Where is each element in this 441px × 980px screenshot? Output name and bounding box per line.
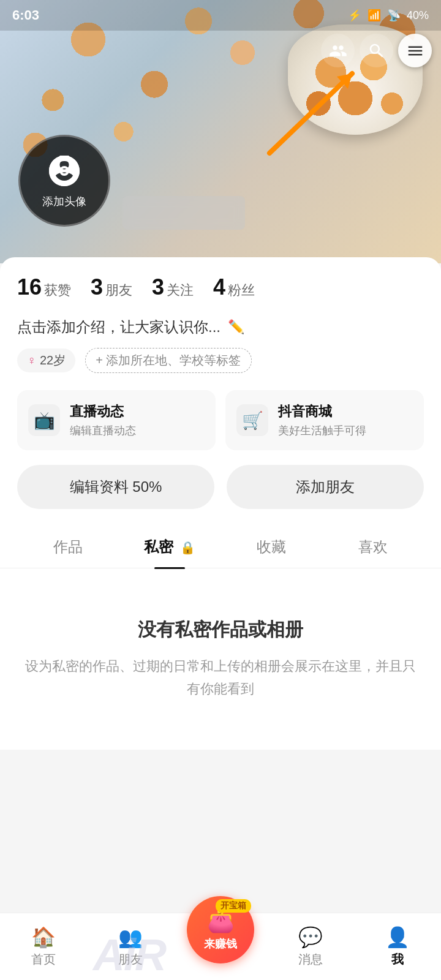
- lock-icon: 🔒: [180, 541, 195, 554]
- message-label: 消息: [298, 951, 323, 968]
- livestream-title: 直播动态: [70, 402, 205, 421]
- following-label: 关注: [167, 281, 194, 300]
- avatar-circle[interactable]: 添加头像: [18, 135, 110, 227]
- open-box-badge: 开宝箱: [216, 899, 251, 913]
- status-time: 6:03: [12, 7, 39, 23]
- friends-label: 朋友: [105, 281, 132, 300]
- followers-label: 粉丝: [228, 281, 255, 300]
- shop-info: 抖音商城 美好生活触手可得: [278, 402, 413, 438]
- add-avatar-label: 添加头像: [42, 194, 86, 209]
- tab-works-label: 作品: [53, 538, 83, 555]
- nav-earn[interactable]: 开宝箱 👛 来赚钱: [187, 896, 254, 963]
- nav-friends[interactable]: 👥 朋友: [100, 925, 161, 968]
- followers-number: 4: [213, 274, 225, 300]
- battery-text: 40%: [407, 9, 429, 22]
- tab-private-label: 私密: [144, 538, 173, 555]
- age-label: 22岁: [40, 352, 66, 369]
- empty-desc: 设为私密的作品、过期的日常和上传的相册会展示在这里，并且只有你能看到: [24, 655, 417, 701]
- tab-works[interactable]: 作品: [17, 526, 119, 568]
- friends-button[interactable]: [321, 34, 355, 67]
- shop-icon: 🛒: [236, 404, 268, 436]
- following-number: 3: [152, 274, 164, 300]
- nav-home[interactable]: 🏠 首页: [13, 925, 74, 968]
- stat-following[interactable]: 3 关注: [152, 274, 194, 300]
- tab-favorites[interactable]: 收藏: [221, 526, 322, 568]
- username-area: [123, 196, 245, 230]
- arrow-overlay: [257, 49, 380, 172]
- add-friend-button[interactable]: 添加朋友: [227, 465, 424, 509]
- likes-number: 16: [17, 274, 42, 300]
- earn-label: 来赚钱: [204, 937, 237, 951]
- shop-title: 抖音商城: [278, 402, 413, 421]
- message-icon: 💬: [298, 925, 323, 949]
- status-bar: 6:03 ⚡ 📶 📡 40%: [0, 0, 441, 31]
- bluetooth-icon: ⚡: [348, 9, 361, 22]
- service-livestream[interactable]: 📺 直播动态 编辑直播动态: [17, 390, 216, 450]
- stat-likes: 16 获赞: [17, 274, 71, 300]
- avatar-section[interactable]: 添加头像: [18, 135, 110, 227]
- friends-nav-icon: 👥: [118, 925, 143, 949]
- tab-favorites-label: 收藏: [257, 538, 286, 555]
- add-friend-label: 添加朋友: [296, 477, 355, 497]
- nav-messages[interactable]: 💬 消息: [280, 925, 341, 968]
- livestream-sub: 编辑直播动态: [70, 423, 205, 438]
- gender-icon: ♀: [27, 353, 36, 368]
- home-icon: 🏠: [31, 925, 56, 949]
- service-shop[interactable]: 🛒 抖音商城 美好生活触手可得: [225, 390, 424, 450]
- livestream-icon: 📺: [28, 404, 60, 436]
- services-row: 📺 直播动态 编辑直播动态 🛒 抖音商城 美好生活触手可得: [17, 390, 424, 450]
- tab-likes-label: 喜欢: [358, 538, 388, 555]
- tab-likes[interactable]: 喜欢: [322, 526, 424, 568]
- tags-row: ♀ 22岁 + 添加所在地、学校等标签: [17, 348, 424, 373]
- shop-sub: 美好生活触手可得: [278, 423, 413, 438]
- bio-row[interactable]: 点击添加介绍，让大家认识你... ✏️: [17, 317, 424, 337]
- home-label: 首页: [31, 951, 56, 968]
- earn-button[interactable]: 开宝箱 👛 来赚钱: [187, 896, 254, 963]
- likes-label: 获赞: [44, 281, 71, 300]
- tab-private[interactable]: 私密 🔒: [119, 526, 221, 568]
- stats-row: 16 获赞 3 朋友 3 关注 4 粉丝: [17, 274, 424, 300]
- search-button[interactable]: [360, 34, 393, 67]
- status-icons: ⚡ 📶 📡 40%: [348, 9, 429, 22]
- age-tag: ♀ 22岁: [17, 349, 75, 372]
- bio-text: 点击添加介绍，让大家认识你...: [17, 317, 221, 337]
- action-buttons: 编辑资料 50% 添加朋友: [17, 465, 424, 509]
- header-actions: [321, 34, 432, 67]
- tabs-row: 作品 私密 🔒 收藏 喜欢: [0, 526, 441, 568]
- me-label: 我: [391, 951, 404, 968]
- empty-state: 没有私密作品或相册 设为私密的作品、过期的日常和上传的相册会展示在这里，并且只有…: [0, 568, 441, 750]
- add-tag-button[interactable]: + 添加所在地、学校等标签: [85, 348, 251, 373]
- livestream-info: 直播动态 编辑直播动态: [70, 402, 205, 438]
- svg-line-0: [270, 74, 352, 153]
- edit-profile-label: 编辑资料 50%: [70, 477, 162, 497]
- nav-me[interactable]: 👤 我: [367, 925, 428, 968]
- friends-number: 3: [91, 274, 103, 300]
- menu-button[interactable]: [398, 34, 432, 67]
- bio-edit-icon[interactable]: ✏️: [228, 319, 244, 335]
- signal-icon: 📡: [387, 9, 401, 22]
- bottom-nav: 🏠 首页 👥 朋友 开宝箱 👛 来赚钱 💬 消息 👤 我: [0, 913, 441, 980]
- edit-profile-button[interactable]: 编辑资料 50%: [17, 465, 214, 509]
- add-tag-label: + 添加所在地、学校等标签: [96, 352, 241, 369]
- me-icon: 👤: [385, 925, 410, 949]
- profile-card: 16 获赞 3 朋友 3 关注 4 粉丝 点击添加介绍，让大家认识你... ✏️…: [0, 257, 441, 568]
- wifi-icon: 📶: [368, 9, 381, 22]
- stat-followers[interactable]: 4 粉丝: [213, 274, 255, 300]
- friends-nav-label: 朋友: [118, 951, 143, 968]
- header-banner: 添加头像: [0, 0, 441, 263]
- empty-title: 没有私密作品或相册: [24, 617, 417, 643]
- stat-friends[interactable]: 3 朋友: [91, 274, 132, 300]
